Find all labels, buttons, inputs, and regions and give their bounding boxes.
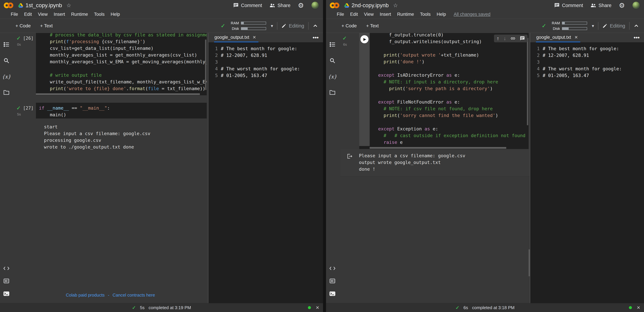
command-palette-icon[interactable] [4, 278, 9, 283]
code-line[interactable]: except Exception as e: [373, 126, 528, 132]
terminal-icon[interactable] [3, 291, 10, 296]
execution-count[interactable]: [26] [23, 36, 34, 41]
code-line[interactable]: except FileNotFoundError as e: [373, 99, 528, 106]
variables-icon[interactable]: {x} [328, 74, 337, 80]
code-line[interactable]: print(f'processing {csv_filename}') [39, 38, 207, 45]
code-snippets-icon[interactable] [330, 266, 336, 270]
code-line[interactable] [373, 92, 528, 99]
avatar[interactable] [311, 2, 319, 9]
add-comment-icon[interactable] [520, 36, 525, 41]
table-of-contents-icon[interactable] [330, 42, 335, 47]
avatar[interactable] [632, 2, 640, 9]
menu-insert[interactable]: Insert [380, 12, 391, 17]
star-icon[interactable]: ☆ [66, 2, 71, 8]
code-snippets-icon[interactable] [3, 266, 10, 270]
code-line[interactable]: # # cast outside if exception definition… [373, 132, 528, 139]
menu-runtime[interactable]: Runtime [397, 12, 414, 17]
cancel-contracts-link[interactable]: Cancel contracts here [112, 292, 155, 298]
add-code-button[interactable]: + Code [16, 23, 31, 28]
share-button[interactable]: Share [590, 3, 612, 8]
code-line[interactable]: monthly_averages_list_w_EMA = get_moving… [39, 58, 207, 65]
add-text-button[interactable]: + Text [366, 23, 379, 28]
files-folder-icon[interactable] [4, 90, 9, 95]
menu-edit[interactable]: Edit [350, 12, 358, 17]
menu-file[interactable]: File [11, 12, 18, 17]
code-line[interactable]: print('sorry cannot find the file wanted… [373, 112, 528, 119]
code-line[interactable]: # NOTE: if csv file not found, drop here [373, 106, 528, 112]
code-line[interactable] [373, 45, 528, 52]
paid-products-link[interactable]: Colab paid products [66, 292, 104, 298]
ram-disk-meter[interactable]: RAM Disk [229, 21, 266, 31]
comment-button[interactable]: Comment [554, 3, 583, 8]
code-line[interactable] [39, 65, 207, 72]
code-line[interactable] [373, 119, 528, 126]
resources-dropdown-icon[interactable]: ▾ [592, 23, 594, 28]
table-of-contents-icon[interactable] [4, 42, 9, 47]
run-cell-button[interactable]: ▶ [360, 35, 368, 43]
notebook-title[interactable]: 1st_copy.ipynb [26, 2, 62, 8]
colab-logo-icon[interactable] [329, 2, 340, 9]
search-icon[interactable] [4, 58, 9, 64]
move-cell-up-icon[interactable]: ↑ [497, 36, 499, 41]
more-options-icon[interactable]: ••• [634, 36, 640, 39]
file-tab[interactable]: google_output.txt ✕ [214, 33, 258, 42]
menu-tools[interactable]: Tools [94, 12, 104, 17]
editing-mode-button[interactable]: Editing [602, 23, 625, 29]
search-icon[interactable] [330, 58, 335, 64]
comment-button[interactable]: Comment [233, 3, 262, 8]
code-editor[interactable]: ▶ f_output.truncate(0) f_output.writelin… [359, 33, 528, 149]
menu-runtime[interactable]: Runtime [71, 12, 88, 17]
editing-mode-button[interactable]: Editing [282, 23, 304, 29]
menu-view[interactable]: View [364, 12, 374, 17]
files-folder-icon[interactable] [330, 90, 335, 95]
code-line[interactable]: main() [39, 112, 207, 118]
menu-help[interactable]: Help [436, 12, 446, 17]
menu-edit[interactable]: Edit [24, 12, 32, 17]
ram-disk-meter[interactable]: RAM Disk [550, 21, 587, 31]
code-editor[interactable]: if __name__ == "__main__": main() [36, 103, 207, 118]
code-line[interactable]: csv_list=get_data_list(input_filename) [39, 45, 207, 52]
file-tab[interactable]: google_output.txt ✕ [536, 33, 580, 42]
cell-horizontal-scrollbar[interactable] [370, 147, 528, 149]
share-button[interactable]: Share [270, 3, 290, 8]
terminal-icon[interactable] [330, 291, 336, 296]
command-palette-icon[interactable] [330, 278, 335, 283]
cell-horizontal-scrollbar[interactable] [36, 93, 207, 95]
collapse-header-button[interactable] [634, 23, 639, 28]
code-line[interactable]: print('done !') [373, 58, 528, 65]
cell-vertical-scrollbar[interactable] [527, 38, 528, 125]
menu-insert[interactable]: Insert [54, 12, 65, 17]
menu-tools[interactable]: Tools [420, 12, 430, 17]
star-icon[interactable]: ☆ [393, 2, 398, 8]
code-line[interactable]: print('output wrote '+txt_filename) [373, 52, 528, 58]
more-options-icon[interactable]: ••• [312, 36, 319, 39]
code-line[interactable]: if __name__ == "__main__": [39, 105, 207, 112]
settings-gear-icon[interactable]: ⚙ [619, 2, 625, 9]
code-line[interactable]: write_output_file(txt_filename, monthly_… [39, 78, 207, 85]
notebook-title[interactable]: 2nd-copy.ipynb [352, 2, 388, 8]
menu-help[interactable]: Help [110, 12, 120, 17]
notebook-scroll-area[interactable]: ✓ [26] 0s # process the data_list by csv… [13, 33, 208, 303]
code-line[interactable]: # NOTE: if input is a directory, drop he… [373, 78, 528, 85]
add-code-button[interactable]: + Code [342, 23, 357, 28]
code-line[interactable] [373, 65, 528, 72]
code-line[interactable]: print('sorry the path is a directory') [373, 85, 528, 92]
menu-file[interactable]: File [337, 12, 344, 17]
colab-logo-icon[interactable] [3, 2, 14, 9]
code-line[interactable]: except IsADirectoryError as e: [373, 72, 528, 78]
code-line[interactable]: raise e [373, 139, 528, 146]
add-text-button[interactable]: + Text [40, 23, 53, 28]
notebook-scroll-area[interactable]: ✓ 6s ▶ f_output.truncate(0) f_output.wri… [339, 33, 530, 303]
resources-dropdown-icon[interactable]: ▾ [271, 23, 273, 28]
settings-gear-icon[interactable]: ⚙ [298, 2, 304, 9]
code-line[interactable]: # process the data_list by csv file as s… [39, 33, 207, 38]
notebook-vertical-scrollbar[interactable] [528, 250, 530, 276]
code-editor[interactable]: # process the data_list by csv file as s… [36, 33, 207, 95]
execution-count[interactable]: [27] [23, 106, 34, 110]
code-line[interactable]: print('wrote to {file} done'.format(file… [39, 85, 207, 92]
variables-icon[interactable]: {x} [2, 74, 11, 80]
cell-vertical-scrollbar[interactable] [205, 40, 206, 90]
code-line[interactable]: monthly_averages_list = get_monthly_aver… [39, 52, 207, 58]
close-tab-icon[interactable]: ✕ [574, 35, 578, 40]
menu-view[interactable]: View [38, 12, 48, 17]
